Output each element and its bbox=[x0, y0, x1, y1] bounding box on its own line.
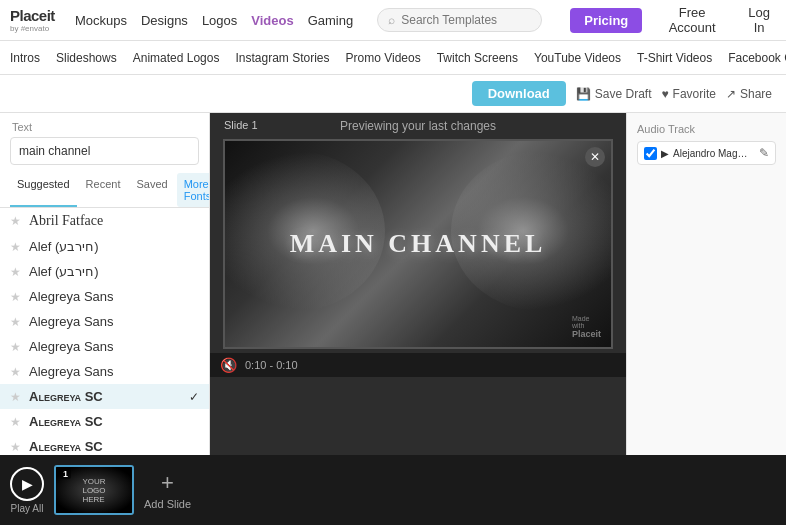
audio-play-button[interactable]: ▶ bbox=[661, 148, 669, 159]
logo-text: Placeit bbox=[10, 7, 55, 24]
font-item-alegreya-2[interactable]: ★ Alegreya Sans bbox=[0, 309, 209, 334]
audio-checkbox[interactable] bbox=[644, 147, 657, 160]
font-name: Alegreya Sans bbox=[29, 289, 199, 304]
logo[interactable]: Placeit by #envato bbox=[10, 7, 55, 33]
close-preview-button[interactable]: ✕ bbox=[585, 147, 605, 167]
add-slide-label: Add Slide bbox=[144, 498, 191, 510]
font-item-alef-2[interactable]: ★ Alef (חירבע) bbox=[0, 259, 209, 284]
check-icon: ✓ bbox=[189, 390, 199, 404]
login-button[interactable]: Log In bbox=[742, 5, 776, 35]
main-area: Text Suggested Recent Saved More Fonts ★… bbox=[0, 113, 786, 455]
left-panel: Text Suggested Recent Saved More Fonts ★… bbox=[0, 113, 210, 455]
tab-saved[interactable]: Saved bbox=[129, 173, 174, 207]
font-item-alegreya-sc-1[interactable]: ★ Alegreya SC ✓ bbox=[0, 384, 209, 409]
subnav-promo-videos[interactable]: Promo Videos bbox=[346, 51, 421, 65]
top-nav: Placeit by #envato Mockups Designs Logos… bbox=[0, 0, 786, 41]
font-name: Alegreya SC bbox=[29, 439, 199, 454]
font-item-alef-1[interactable]: ★ Alef (חירבע) bbox=[0, 234, 209, 259]
subnav-animated-logos[interactable]: Animated Logos bbox=[133, 51, 220, 65]
play-all-button[interactable]: ▶ bbox=[10, 467, 44, 501]
time-display: 0:10 - 0:10 bbox=[245, 359, 298, 371]
favorite-button[interactable]: ♥ Favorite bbox=[661, 87, 715, 101]
font-item-abril-fatface[interactable]: ★ Abril Fatface bbox=[0, 208, 209, 234]
thumb-logo: YOURLOGOHERE bbox=[82, 477, 105, 504]
slide-label: Slide 1 bbox=[224, 119, 258, 131]
subnav-slideshows[interactable]: Slideshows bbox=[56, 51, 117, 65]
play-all[interactable]: ▶ Play All bbox=[10, 467, 44, 514]
save-draft-icon: 💾 bbox=[576, 87, 591, 101]
watermark: Made with Placeit bbox=[572, 315, 601, 339]
subnav-youtube-videos[interactable]: YouTube Videos bbox=[534, 51, 621, 65]
video-controls: 🔇 0:10 - 0:10 bbox=[210, 353, 626, 377]
text-label: Text bbox=[0, 113, 209, 137]
share-icon: ↗ bbox=[726, 87, 736, 101]
nav-gaming[interactable]: Gaming bbox=[308, 13, 354, 28]
font-name: Alef (חירבע) bbox=[29, 264, 199, 279]
font-name: Alegreya Sans bbox=[29, 339, 199, 354]
font-name: Alegreya SC bbox=[29, 389, 181, 404]
search-input[interactable] bbox=[401, 13, 531, 27]
star-icon: ★ bbox=[10, 340, 21, 354]
font-item-alegreya-3[interactable]: ★ Alegreya Sans bbox=[0, 334, 209, 359]
center-area: Slide 1 Previewing your last changes MAI… bbox=[210, 113, 626, 455]
subnav-tshirt-videos[interactable]: T-Shirt Videos bbox=[637, 51, 712, 65]
toolbar: Download 💾 Save Draft ♥ Favorite ↗ Share bbox=[0, 75, 786, 113]
audio-track-label: Audio Track bbox=[637, 123, 776, 135]
save-draft-button[interactable]: 💾 Save Draft bbox=[576, 87, 652, 101]
font-tabs: Suggested Recent Saved More Fonts bbox=[0, 173, 209, 208]
font-name: Alegreya Sans bbox=[29, 314, 199, 329]
star-icon: ★ bbox=[10, 440, 21, 454]
share-button[interactable]: ↗ Share bbox=[726, 87, 772, 101]
font-item-alegreya-4[interactable]: ★ Alegreya Sans bbox=[0, 359, 209, 384]
nav-videos[interactable]: Videos bbox=[251, 13, 293, 28]
subnav-facebook-covers[interactable]: Facebook Covers bbox=[728, 51, 786, 65]
star-icon: ★ bbox=[10, 265, 21, 279]
add-slide-button[interactable]: + Add Slide bbox=[144, 470, 191, 510]
pricing-button[interactable]: Pricing bbox=[570, 8, 642, 33]
add-icon: + bbox=[161, 470, 174, 496]
preview-text: MAIN CHANNEL bbox=[290, 229, 547, 258]
audio-track: ▶ Alejandro MagaRa (A. M.) - Min... ✎ bbox=[637, 141, 776, 165]
logo-subtext: by #envato bbox=[10, 24, 55, 33]
free-account-button[interactable]: Free Account bbox=[656, 5, 728, 35]
star-icon: ★ bbox=[10, 290, 21, 304]
subnav-intros[interactable]: Intros bbox=[10, 51, 40, 65]
tab-suggested[interactable]: Suggested bbox=[10, 173, 77, 207]
preview-label: Previewing your last changes bbox=[340, 119, 496, 133]
font-list: ★ Abril Fatface ★ Alef (חירבע) ★ Alef (ח… bbox=[0, 208, 209, 455]
thumb-number: 1 bbox=[60, 469, 71, 479]
search-icon: ⌕ bbox=[388, 13, 395, 27]
sub-nav: Intros Slideshows Animated Logos Instagr… bbox=[0, 41, 786, 75]
font-name: Alegreya SC bbox=[29, 414, 199, 429]
subnav-twitch-screens[interactable]: Twitch Screens bbox=[437, 51, 518, 65]
text-input[interactable] bbox=[10, 137, 199, 165]
star-icon: ★ bbox=[10, 390, 21, 404]
audio-edit-button[interactable]: ✎ bbox=[759, 146, 769, 160]
bottom-bar: ▶ Play All YOURLOGOHERE 1 + Add Slide bbox=[0, 455, 786, 525]
tab-recent[interactable]: Recent bbox=[79, 173, 128, 207]
nav-mockups[interactable]: Mockups bbox=[75, 13, 127, 28]
preview-frame: MAIN CHANNEL Made with Placeit bbox=[223, 139, 613, 349]
font-name: Abril Fatface bbox=[29, 213, 199, 229]
heart-icon: ♥ bbox=[661, 87, 668, 101]
tab-more-fonts[interactable]: More Fonts bbox=[177, 173, 210, 207]
star-icon: ★ bbox=[10, 315, 21, 329]
volume-icon[interactable]: 🔇 bbox=[220, 357, 237, 373]
star-icon: ★ bbox=[10, 214, 21, 228]
nav-designs[interactable]: Designs bbox=[141, 13, 188, 28]
font-item-alegreya-sc-3[interactable]: ★ Alegreya SC bbox=[0, 434, 209, 455]
slide-thumbnail-1[interactable]: YOURLOGOHERE 1 bbox=[54, 465, 134, 515]
font-item-alegreya-sc-2[interactable]: ★ Alegreya SC bbox=[0, 409, 209, 434]
right-panel: Audio Track ▶ Alejandro MagaRa (A. M.) -… bbox=[626, 113, 786, 455]
font-name: Alef (חירבע) bbox=[29, 239, 199, 254]
download-button[interactable]: Download bbox=[472, 81, 566, 106]
star-icon: ★ bbox=[10, 240, 21, 254]
audio-name: Alejandro MagaRa (A. M.) - Min... bbox=[673, 148, 753, 159]
search-bar: ⌕ bbox=[377, 8, 542, 32]
subnav-instagram-stories[interactable]: Instagram Stories bbox=[235, 51, 329, 65]
font-item-alegreya-1[interactable]: ★ Alegreya Sans bbox=[0, 284, 209, 309]
play-all-label: Play All bbox=[11, 503, 44, 514]
star-icon: ★ bbox=[10, 415, 21, 429]
nav-logos[interactable]: Logos bbox=[202, 13, 237, 28]
font-name: Alegreya Sans bbox=[29, 364, 199, 379]
